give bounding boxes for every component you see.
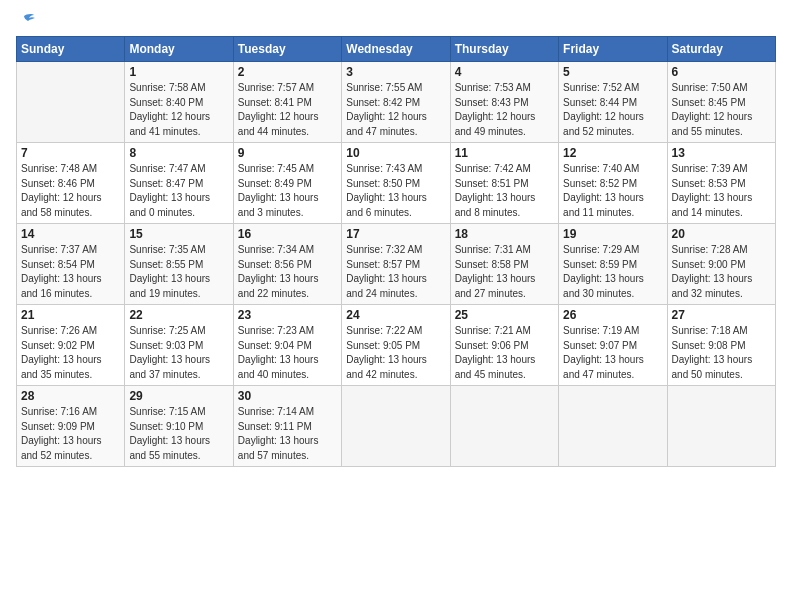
day-info: Sunrise: 7:31 AMSunset: 8:58 PMDaylight:… (455, 243, 554, 301)
day-number: 20 (672, 227, 771, 241)
calendar-cell: 17Sunrise: 7:32 AMSunset: 8:57 PMDayligh… (342, 224, 450, 305)
page-container: SundayMondayTuesdayWednesdayThursdayFrid… (0, 0, 792, 477)
calendar-week-4: 21Sunrise: 7:26 AMSunset: 9:02 PMDayligh… (17, 305, 776, 386)
calendar-cell: 23Sunrise: 7:23 AMSunset: 9:04 PMDayligh… (233, 305, 341, 386)
day-info: Sunrise: 7:43 AMSunset: 8:50 PMDaylight:… (346, 162, 445, 220)
day-number: 24 (346, 308, 445, 322)
day-number: 29 (129, 389, 228, 403)
calendar-cell: 4Sunrise: 7:53 AMSunset: 8:43 PMDaylight… (450, 62, 558, 143)
day-info: Sunrise: 7:22 AMSunset: 9:05 PMDaylight:… (346, 324, 445, 382)
calendar-cell: 19Sunrise: 7:29 AMSunset: 8:59 PMDayligh… (559, 224, 667, 305)
header-friday: Friday (559, 37, 667, 62)
day-number: 28 (21, 389, 120, 403)
day-info: Sunrise: 7:45 AMSunset: 8:49 PMDaylight:… (238, 162, 337, 220)
day-info: Sunrise: 7:28 AMSunset: 9:00 PMDaylight:… (672, 243, 771, 301)
day-info: Sunrise: 7:32 AMSunset: 8:57 PMDaylight:… (346, 243, 445, 301)
calendar-header-row: SundayMondayTuesdayWednesdayThursdayFrid… (17, 37, 776, 62)
logo-bird-icon (18, 12, 36, 30)
calendar-cell: 22Sunrise: 7:25 AMSunset: 9:03 PMDayligh… (125, 305, 233, 386)
calendar-week-1: 1Sunrise: 7:58 AMSunset: 8:40 PMDaylight… (17, 62, 776, 143)
day-number: 12 (563, 146, 662, 160)
day-number: 11 (455, 146, 554, 160)
day-number: 25 (455, 308, 554, 322)
day-number: 7 (21, 146, 120, 160)
calendar-cell: 29Sunrise: 7:15 AMSunset: 9:10 PMDayligh… (125, 386, 233, 467)
calendar-cell: 7Sunrise: 7:48 AMSunset: 8:46 PMDaylight… (17, 143, 125, 224)
day-info: Sunrise: 7:52 AMSunset: 8:44 PMDaylight:… (563, 81, 662, 139)
day-number: 5 (563, 65, 662, 79)
header-row (16, 16, 776, 30)
calendar-week-3: 14Sunrise: 7:37 AMSunset: 8:54 PMDayligh… (17, 224, 776, 305)
calendar-cell (17, 62, 125, 143)
day-info: Sunrise: 7:48 AMSunset: 8:46 PMDaylight:… (21, 162, 120, 220)
header-thursday: Thursday (450, 37, 558, 62)
day-info: Sunrise: 7:29 AMSunset: 8:59 PMDaylight:… (563, 243, 662, 301)
day-info: Sunrise: 7:39 AMSunset: 8:53 PMDaylight:… (672, 162, 771, 220)
day-info: Sunrise: 7:23 AMSunset: 9:04 PMDaylight:… (238, 324, 337, 382)
day-info: Sunrise: 7:57 AMSunset: 8:41 PMDaylight:… (238, 81, 337, 139)
day-info: Sunrise: 7:42 AMSunset: 8:51 PMDaylight:… (455, 162, 554, 220)
calendar-cell: 3Sunrise: 7:55 AMSunset: 8:42 PMDaylight… (342, 62, 450, 143)
calendar-cell: 12Sunrise: 7:40 AMSunset: 8:52 PMDayligh… (559, 143, 667, 224)
day-number: 8 (129, 146, 228, 160)
day-number: 14 (21, 227, 120, 241)
calendar-cell (667, 386, 775, 467)
day-number: 15 (129, 227, 228, 241)
calendar-cell: 10Sunrise: 7:43 AMSunset: 8:50 PMDayligh… (342, 143, 450, 224)
calendar-cell: 24Sunrise: 7:22 AMSunset: 9:05 PMDayligh… (342, 305, 450, 386)
calendar-cell: 1Sunrise: 7:58 AMSunset: 8:40 PMDaylight… (125, 62, 233, 143)
calendar-cell: 5Sunrise: 7:52 AMSunset: 8:44 PMDaylight… (559, 62, 667, 143)
header-tuesday: Tuesday (233, 37, 341, 62)
day-number: 9 (238, 146, 337, 160)
day-info: Sunrise: 7:14 AMSunset: 9:11 PMDaylight:… (238, 405, 337, 463)
day-number: 3 (346, 65, 445, 79)
day-number: 21 (21, 308, 120, 322)
calendar-week-2: 7Sunrise: 7:48 AMSunset: 8:46 PMDaylight… (17, 143, 776, 224)
day-number: 19 (563, 227, 662, 241)
calendar-cell: 13Sunrise: 7:39 AMSunset: 8:53 PMDayligh… (667, 143, 775, 224)
day-number: 22 (129, 308, 228, 322)
day-number: 2 (238, 65, 337, 79)
day-number: 17 (346, 227, 445, 241)
calendar-cell: 25Sunrise: 7:21 AMSunset: 9:06 PMDayligh… (450, 305, 558, 386)
day-info: Sunrise: 7:50 AMSunset: 8:45 PMDaylight:… (672, 81, 771, 139)
day-info: Sunrise: 7:55 AMSunset: 8:42 PMDaylight:… (346, 81, 445, 139)
day-number: 16 (238, 227, 337, 241)
day-info: Sunrise: 7:53 AMSunset: 8:43 PMDaylight:… (455, 81, 554, 139)
calendar-cell: 26Sunrise: 7:19 AMSunset: 9:07 PMDayligh… (559, 305, 667, 386)
calendar-cell (342, 386, 450, 467)
header-saturday: Saturday (667, 37, 775, 62)
calendar-cell (559, 386, 667, 467)
day-number: 6 (672, 65, 771, 79)
day-info: Sunrise: 7:35 AMSunset: 8:55 PMDaylight:… (129, 243, 228, 301)
day-info: Sunrise: 7:58 AMSunset: 8:40 PMDaylight:… (129, 81, 228, 139)
day-info: Sunrise: 7:25 AMSunset: 9:03 PMDaylight:… (129, 324, 228, 382)
calendar-cell: 27Sunrise: 7:18 AMSunset: 9:08 PMDayligh… (667, 305, 775, 386)
day-info: Sunrise: 7:18 AMSunset: 9:08 PMDaylight:… (672, 324, 771, 382)
day-number: 4 (455, 65, 554, 79)
day-info: Sunrise: 7:40 AMSunset: 8:52 PMDaylight:… (563, 162, 662, 220)
calendar-cell: 8Sunrise: 7:47 AMSunset: 8:47 PMDaylight… (125, 143, 233, 224)
header-monday: Monday (125, 37, 233, 62)
calendar-cell: 20Sunrise: 7:28 AMSunset: 9:00 PMDayligh… (667, 224, 775, 305)
day-info: Sunrise: 7:16 AMSunset: 9:09 PMDaylight:… (21, 405, 120, 463)
day-number: 10 (346, 146, 445, 160)
day-number: 13 (672, 146, 771, 160)
calendar-cell: 30Sunrise: 7:14 AMSunset: 9:11 PMDayligh… (233, 386, 341, 467)
header-sunday: Sunday (17, 37, 125, 62)
calendar-cell: 16Sunrise: 7:34 AMSunset: 8:56 PMDayligh… (233, 224, 341, 305)
day-number: 18 (455, 227, 554, 241)
day-info: Sunrise: 7:37 AMSunset: 8:54 PMDaylight:… (21, 243, 120, 301)
day-info: Sunrise: 7:21 AMSunset: 9:06 PMDaylight:… (455, 324, 554, 382)
calendar-cell: 6Sunrise: 7:50 AMSunset: 8:45 PMDaylight… (667, 62, 775, 143)
day-number: 27 (672, 308, 771, 322)
day-info: Sunrise: 7:15 AMSunset: 9:10 PMDaylight:… (129, 405, 228, 463)
day-info: Sunrise: 7:47 AMSunset: 8:47 PMDaylight:… (129, 162, 228, 220)
calendar-cell: 28Sunrise: 7:16 AMSunset: 9:09 PMDayligh… (17, 386, 125, 467)
logo (16, 16, 36, 30)
calendar-table: SundayMondayTuesdayWednesdayThursdayFrid… (16, 36, 776, 467)
day-number: 1 (129, 65, 228, 79)
day-info: Sunrise: 7:26 AMSunset: 9:02 PMDaylight:… (21, 324, 120, 382)
calendar-cell: 14Sunrise: 7:37 AMSunset: 8:54 PMDayligh… (17, 224, 125, 305)
day-number: 23 (238, 308, 337, 322)
